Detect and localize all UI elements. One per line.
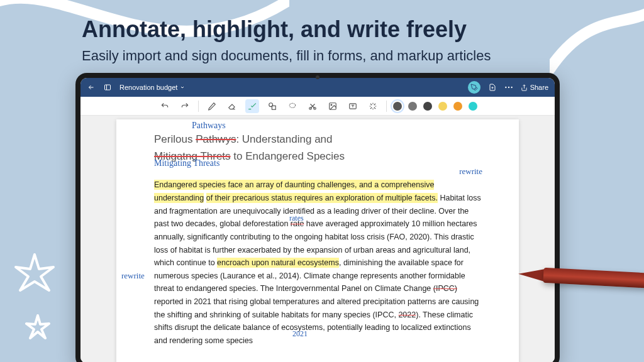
- svg-point-3: [511, 87, 512, 88]
- color-swatch-3[interactable]: [423, 102, 432, 111]
- app-screen: Renovation budget Share: [80, 78, 555, 362]
- star-doodle-2: [25, 314, 50, 346]
- annotation-2021: 2021: [292, 328, 308, 341]
- divider: [386, 101, 387, 112]
- color-swatch-6[interactable]: [469, 102, 477, 111]
- export-icon[interactable]: [488, 83, 497, 92]
- svg-point-2: [508, 87, 509, 88]
- annotation-rates: rates: [289, 212, 304, 225]
- svg-rect-5: [272, 106, 275, 109]
- color-swatch-2[interactable]: [408, 102, 417, 111]
- bg-swoosh-2: [550, 0, 644, 107]
- subheadline: Easily import and sign documents, fill i…: [82, 48, 491, 64]
- divider: [198, 101, 199, 112]
- svg-point-6: [289, 103, 295, 107]
- image-tool[interactable]: [326, 99, 340, 113]
- svg-point-10: [331, 104, 332, 106]
- highlighter-tool[interactable]: [245, 99, 259, 113]
- doc-title-dropdown[interactable]: Renovation budget: [119, 84, 185, 91]
- sidebar-icon[interactable]: [103, 83, 112, 92]
- back-icon[interactable]: [87, 83, 96, 92]
- toolbar: [80, 97, 555, 116]
- doc-paragraph: Endangered species face an array of daun…: [154, 178, 481, 347]
- document-page: Pathways Perilous Pathwys: Understanding…: [116, 119, 519, 362]
- app-topbar: Renovation budget Share: [80, 78, 555, 97]
- headline: Annotate, highlight, and write freely: [82, 16, 467, 43]
- undo-button[interactable]: [158, 99, 172, 113]
- tablet-frame: Renovation budget Share: [75, 73, 560, 362]
- eraser-tool[interactable]: [225, 99, 239, 113]
- chevron-down-icon: [180, 85, 185, 90]
- text-tool[interactable]: [346, 99, 360, 113]
- shapes-tool[interactable]: [265, 99, 279, 113]
- laser-tool[interactable]: [366, 99, 380, 113]
- svg-point-1: [505, 87, 506, 88]
- more-icon[interactable]: [504, 83, 513, 92]
- redo-button[interactable]: [178, 99, 192, 113]
- annotation-rewrite-2: rewrite: [121, 269, 145, 282]
- pen-tool[interactable]: [205, 99, 219, 113]
- document-viewport[interactable]: Pathways Perilous Pathwys: Understanding…: [80, 116, 555, 362]
- share-button[interactable]: Share: [521, 84, 548, 91]
- star-doodle-1: [13, 251, 57, 308]
- color-swatch-5[interactable]: [453, 102, 462, 111]
- color-swatch-4[interactable]: [438, 102, 447, 111]
- svg-rect-0: [105, 85, 111, 90]
- annotation-rewrite-1: rewrite: [459, 165, 482, 178]
- share-label: Share: [530, 84, 548, 91]
- lasso-tool[interactable]: [286, 99, 299, 113]
- ink-mode-button[interactable]: [468, 81, 480, 94]
- annotation-pathways: Pathways: [192, 118, 226, 133]
- cut-tool[interactable]: [306, 99, 319, 113]
- share-icon: [521, 84, 528, 91]
- color-swatch-1[interactable]: [393, 102, 402, 111]
- doc-title-text: Renovation budget: [119, 84, 177, 91]
- annotation-mitigating: Mitigating Threats: [154, 156, 219, 170]
